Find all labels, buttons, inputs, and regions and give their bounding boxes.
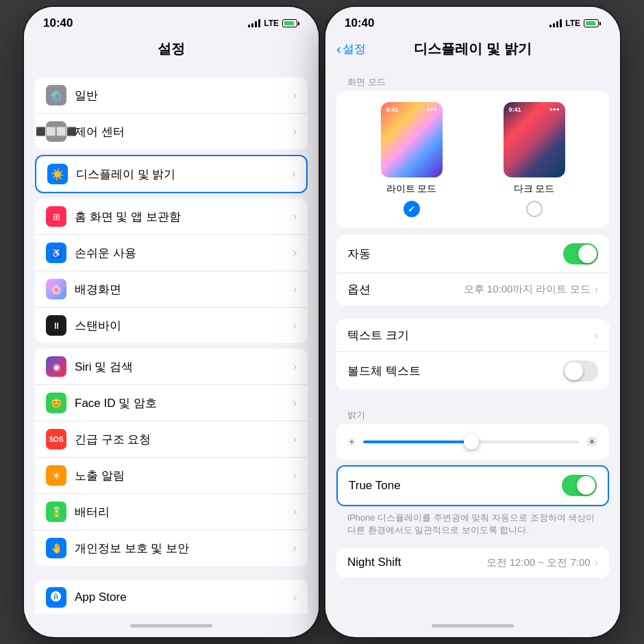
dark-mode-preview: 9:41 ●●● — [504, 102, 565, 177]
bold-text-row: 볼드체 텍스트 — [336, 352, 609, 390]
settings-item-homescreen[interactable]: ⊞ 홈 화면 및 앱 보관함 › — [35, 199, 308, 235]
text-size-label: 텍스트 크기 — [347, 327, 595, 343]
display-highlight-wrapper: ☀️ 디스플레이 및 밝기 › — [35, 155, 308, 193]
settings-item-display[interactable]: ☀️ 디스플레이 및 밝기 › — [36, 156, 306, 192]
bold-text-toggle[interactable] — [563, 360, 598, 382]
signal-icon-right — [549, 19, 562, 27]
battery-icon-left — [282, 19, 299, 27]
auto-toggle-knob — [578, 245, 597, 263]
home-indicator-right — [325, 614, 620, 637]
faceid-icon: 😊 — [46, 393, 66, 413]
settings-item-general[interactable]: ⚙️ 일반 › — [35, 77, 308, 114]
wallpaper-icon: 🌸 — [46, 279, 66, 299]
night-shift-row[interactable]: Night Shift 오전 12:00 ~ 오전 7:00 › — [336, 547, 609, 578]
wallpaper-chevron: › — [293, 283, 297, 295]
dark-mode-option[interactable]: 9:41 ●●● 다크 모드 — [504, 102, 565, 217]
brightness-fill — [363, 441, 471, 443]
status-icons-right: LTE — [549, 18, 601, 28]
appstore-icon: 🅐 — [46, 587, 66, 608]
general-icon: ⚙️ — [46, 85, 66, 106]
night-shift-chevron: › — [595, 556, 598, 569]
auto-toggle[interactable] — [563, 243, 598, 264]
settings-item-accessibility[interactable]: ♿ 손쉬운 사용 › — [35, 235, 308, 271]
nav-title-right: 디스플레이 및 밝기 — [414, 40, 531, 58]
brightness-slider[interactable] — [363, 441, 579, 443]
control-center-label: 제어 센터 — [75, 124, 293, 140]
back-label: 설정 — [343, 41, 366, 57]
accessibility-icon: ♿ — [46, 243, 66, 263]
back-chevron-icon: ‹ — [336, 41, 341, 57]
settings-item-control-center[interactable]: ⬛⬜⬜⬛ 제어 센터 › — [35, 114, 308, 149]
night-shift-label: Night Shift — [347, 556, 486, 569]
emergency-label: 긴급 구조 요청 — [75, 432, 293, 447]
settings-group-2: ⊞ 홈 화면 및 앱 보관함 › ♿ 손쉬운 사용 › 🌸 배경화면 › ⏸ 스… — [35, 199, 308, 343]
settings-item-emergency[interactable]: SOS 긴급 구조 요청 › — [35, 421, 308, 458]
options-label: 옵션 — [347, 282, 464, 297]
true-tone-label: True Tone — [349, 479, 562, 493]
home-indicator-left — [24, 614, 319, 637]
signal-icon-left — [248, 19, 260, 27]
general-label: 일반 — [75, 88, 293, 103]
light-mode-radio[interactable] — [404, 201, 420, 217]
auto-label: 자동 — [347, 246, 563, 262]
light-preview-time: 9:41 — [386, 106, 399, 113]
nav-bar-left: 설정 — [24, 36, 319, 64]
privacy-chevron: › — [293, 542, 297, 554]
settings-item-standby[interactable]: ⏸ 스탠바이 › — [35, 308, 308, 343]
privacy-label: 개인정보 보호 및 보안 — [75, 541, 293, 556]
brightness-section-label: 밝기 — [325, 404, 620, 424]
dark-mode-label: 다크 모드 — [514, 183, 555, 195]
light-preview-statusbar: 9:41 ●●● — [381, 102, 443, 114]
options-value: 오후 10:00까지 라이트 모드 — [464, 283, 591, 296]
settings-item-faceid[interactable]: 😊 Face ID 및 암호 › — [35, 385, 308, 421]
control-center-chevron: › — [293, 125, 297, 138]
settings-item-battery[interactable]: 🔋 배터리 › — [35, 494, 308, 530]
text-size-chevron: › — [595, 330, 598, 342]
light-mode-option[interactable]: 9:41 ●●● 라이트 모드 — [381, 102, 443, 217]
screen-mode-section-label: 화면 모드 — [325, 71, 620, 91]
display-label: 디스플레이 및 밝기 — [76, 166, 292, 182]
true-tone-description: iPhone 디스플레이를 주변광에 맞춰 자동으로 조정하여 색상이 다른 환… — [325, 506, 620, 542]
appstore-chevron: › — [293, 591, 297, 604]
homescreen-label: 홈 화면 및 앱 보관함 — [75, 209, 293, 225]
mode-selector-card: 9:41 ●●● 라이트 모드 9:41 ●●● 다크 모드 — [336, 91, 609, 228]
settings-item-appstore[interactable]: 🅐 App Store › — [35, 580, 308, 614]
brightness-thumb[interactable] — [464, 434, 479, 449]
faceid-chevron: › — [293, 397, 297, 409]
emergency-icon: SOS — [46, 429, 66, 449]
homescreen-chevron: › — [293, 210, 297, 223]
text-size-row[interactable]: 텍스트 크기 › — [336, 319, 609, 352]
dark-preview-statusbar: 9:41 ●●● — [504, 102, 565, 114]
settings-item-wallpaper[interactable]: 🌸 배경화면 › — [35, 271, 308, 308]
settings-item-privacy[interactable]: 🤚 개인정보 보호 및 보안 › — [35, 530, 308, 566]
settings-item-exposure[interactable]: ☀ 노출 알림 › — [35, 458, 308, 494]
options-chevron: › — [595, 284, 598, 296]
exposure-chevron: › — [293, 469, 297, 482]
brightness-high-icon: ☀ — [586, 434, 598, 450]
back-button[interactable]: ‹ 설정 — [336, 41, 366, 57]
settings-item-siri[interactable]: ◉ Siri 및 검색 › — [35, 349, 308, 385]
battery-icon-right — [584, 19, 601, 27]
brightness-card: ☀ ☀ — [336, 424, 609, 460]
bold-text-toggle-knob — [565, 362, 583, 380]
true-tone-wrapper: True Tone — [336, 465, 609, 506]
nav-title-left: 설정 — [158, 40, 185, 58]
homescreen-icon: ⊞ — [46, 206, 66, 227]
display-chevron: › — [292, 168, 295, 180]
siri-label: Siri 및 검색 — [75, 359, 293, 375]
standby-chevron: › — [293, 319, 297, 332]
true-tone-toggle[interactable] — [562, 475, 597, 496]
general-chevron: › — [293, 89, 297, 101]
wallpaper-label: 배경화면 — [75, 282, 293, 297]
dark-mode-radio[interactable] — [526, 201, 543, 217]
auto-options-card: 자동 옵션 오후 10:00까지 라이트 모드 › — [336, 235, 609, 306]
emergency-chevron: › — [293, 433, 297, 445]
options-row[interactable]: 옵션 오후 10:00까지 라이트 모드 › — [336, 273, 609, 306]
standby-icon: ⏸ — [46, 315, 66, 336]
left-phone: 10:40 LTE 설정 ⚙️ 일반 — [24, 7, 319, 637]
true-tone-row: True Tone — [338, 467, 608, 505]
faceid-label: Face ID 및 암호 — [75, 395, 293, 411]
battery-settings-icon: 🔋 — [46, 501, 66, 522]
battery-chevron: › — [293, 506, 297, 518]
display-settings-content: 화면 모드 9:41 ●●● 라이트 모드 9:41 ●● — [325, 64, 620, 614]
